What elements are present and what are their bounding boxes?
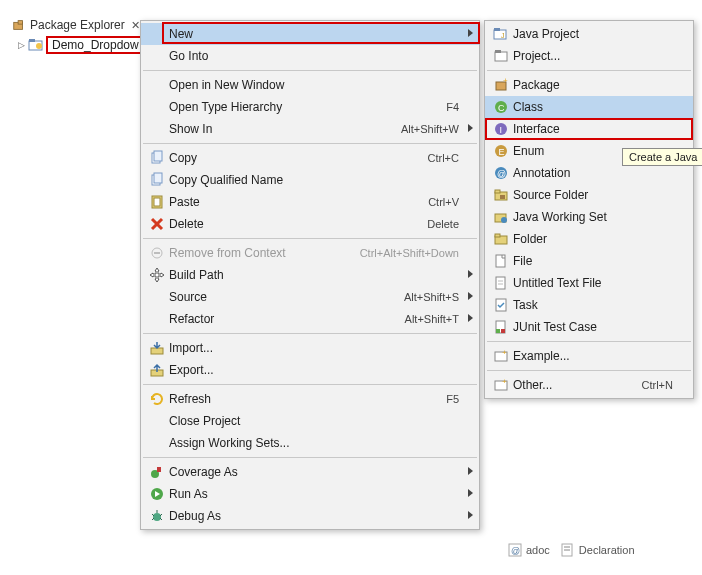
delete-icon <box>149 216 165 232</box>
context-menu-item[interactable]: Open Type HierarchyF4 <box>141 96 479 118</box>
junit-icon <box>493 319 509 335</box>
expand-caret-icon[interactable]: ▷ <box>16 40 26 50</box>
menu-item-label: Source <box>169 290 394 304</box>
new-submenu-item[interactable]: Task <box>485 294 693 316</box>
remove-context-icon <box>149 245 165 261</box>
context-menu-item[interactable]: Import... <box>141 337 479 359</box>
svg-point-45 <box>501 217 507 223</box>
new-submenu-item[interactable]: Source Folder <box>485 184 693 206</box>
tab-javadoc[interactable]: @ adoc <box>507 542 550 558</box>
menu-item-label: Java Project <box>513 27 673 41</box>
svg-text:C: C <box>498 103 505 113</box>
menu-item-label: Untitled Text File <box>513 276 673 290</box>
menu-item-label: Debug As <box>169 509 459 523</box>
svg-text:+: + <box>502 377 507 386</box>
new-submenu-item[interactable]: +Package <box>485 74 693 96</box>
source-folder-icon <box>493 187 509 203</box>
menu-item-shortcut: Ctrl+N <box>632 379 673 391</box>
menu-item-label: Project... <box>513 49 673 63</box>
svg-rect-42 <box>495 190 500 193</box>
context-menu-item[interactable]: Export... <box>141 359 479 381</box>
new-submenu-item[interactable]: +Other...Ctrl+N <box>485 374 693 396</box>
context-menu-item[interactable]: SourceAlt+Shift+S <box>141 286 479 308</box>
svg-rect-55 <box>501 329 505 333</box>
menu-item-label: Refresh <box>169 392 436 406</box>
new-submenu-item[interactable]: Project... <box>485 45 693 67</box>
other-icon: + <box>493 377 509 393</box>
new-submenu-item[interactable]: Folder <box>485 228 693 250</box>
menu-item-label: Copy <box>169 151 418 165</box>
new-submenu-item[interactable]: Untitled Text File <box>485 272 693 294</box>
context-menu-item[interactable]: Go Into <box>141 45 479 67</box>
separator <box>143 238 477 239</box>
tab-declaration[interactable]: Declaration <box>560 542 635 558</box>
new-submenu-item[interactable]: JUnit Test Case <box>485 316 693 338</box>
tab-label: Declaration <box>579 544 635 556</box>
context-menu-item[interactable]: Show InAlt+Shift+W <box>141 118 479 140</box>
paste-icon <box>149 194 165 210</box>
class-icon: C <box>493 99 509 115</box>
copy-icon <box>149 150 165 166</box>
svg-point-20 <box>153 513 161 521</box>
svg-rect-29 <box>495 52 507 61</box>
folder-icon <box>493 231 509 247</box>
menu-item-label: Assign Working Sets... <box>169 436 459 450</box>
context-menu-item[interactable]: Coverage As <box>141 461 479 483</box>
tooltip: Create a Java <box>622 148 702 166</box>
context-menu-item[interactable]: Copy Qualified Name <box>141 169 479 191</box>
menu-item-label: Open Type Hierarchy <box>169 100 436 114</box>
context-menu-item[interactable]: Assign Working Sets... <box>141 432 479 454</box>
context-menu-item[interactable]: Run As <box>141 483 479 505</box>
svg-rect-54 <box>496 329 500 333</box>
refresh-icon <box>149 391 165 407</box>
menu-item-label: Run As <box>169 487 459 501</box>
context-menu-item[interactable]: DeleteDelete <box>141 213 479 235</box>
svg-rect-8 <box>154 173 162 183</box>
menu-item-label: Paste <box>169 195 418 209</box>
context-menu-item[interactable]: PasteCtrl+V <box>141 191 479 213</box>
svg-rect-3 <box>29 39 35 42</box>
svg-text:I: I <box>500 125 503 135</box>
close-icon[interactable]: ✕ <box>131 19 140 32</box>
new-submenu-item[interactable]: File <box>485 250 693 272</box>
svg-text:E: E <box>499 147 505 157</box>
context-menu-item[interactable]: Close Project <box>141 410 479 432</box>
menu-item-label: Example... <box>513 349 673 363</box>
context-menu-item[interactable]: CopyCtrl+C <box>141 147 479 169</box>
separator <box>143 333 477 334</box>
package-explorer-tree[interactable]: ▷ Demo_Dropdow <box>16 36 145 54</box>
menu-item-shortcut: F5 <box>436 393 459 405</box>
debug-icon <box>149 508 165 524</box>
tree-row[interactable]: ▷ Demo_Dropdow <box>16 36 145 54</box>
import-icon <box>149 340 165 356</box>
new-submenu-item[interactable]: Java Working Set <box>485 206 693 228</box>
context-menu-item[interactable]: New <box>141 23 479 45</box>
svg-rect-30 <box>495 50 501 53</box>
submenu-arrow-icon <box>468 511 473 519</box>
new-submenu-item[interactable]: IInterface <box>485 118 693 140</box>
menu-item-label: File <box>513 254 673 268</box>
menu-item-label: Folder <box>513 232 673 246</box>
package-explorer-icon <box>12 18 26 32</box>
new-submenu-item[interactable]: CClass <box>485 96 693 118</box>
context-menu-item[interactable]: Open in New Window <box>141 74 479 96</box>
menu-item-shortcut: Alt+Shift+W <box>391 123 459 135</box>
new-submenu-item[interactable]: +Example... <box>485 345 693 367</box>
new-submenu-item[interactable]: JJava Project <box>485 23 693 45</box>
svg-rect-49 <box>496 277 505 289</box>
svg-line-25 <box>160 518 162 520</box>
project-name[interactable]: Demo_Dropdow <box>46 36 145 54</box>
menu-item-shortcut: Alt+Shift+S <box>394 291 459 303</box>
coverage-icon <box>149 464 165 480</box>
svg-text:J: J <box>501 32 505 39</box>
context-menu-item[interactable]: Debug As <box>141 505 479 527</box>
bottom-tab-bar: @ adoc Declaration <box>507 542 635 558</box>
view-tab[interactable]: Package Explorer ✕ <box>12 18 140 32</box>
context-menu-item[interactable]: RefreshF5 <box>141 388 479 410</box>
menu-item-label: Other... <box>513 378 632 392</box>
menu-item-label: Close Project <box>169 414 459 428</box>
context-menu-item[interactable]: Build Path <box>141 264 479 286</box>
enum-icon: E <box>493 143 509 159</box>
context-menu-item[interactable]: RefactorAlt+Shift+T <box>141 308 479 330</box>
separator <box>143 143 477 144</box>
